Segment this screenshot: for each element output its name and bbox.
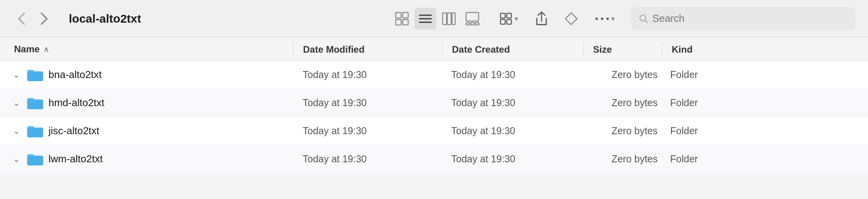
- file-name: hmd-alto2txt: [48, 97, 104, 109]
- svg-rect-3: [403, 20, 408, 25]
- file-name: lwm-alto2txt: [48, 153, 103, 165]
- toolbar: local-alto2txt: [0, 0, 868, 37]
- svg-rect-16: [500, 20, 505, 24]
- table-row[interactable]: ⌄ jisc-alto2txt Today at 19:30 Today at …: [0, 117, 868, 145]
- file-size: Zero bytes: [583, 97, 661, 108]
- svg-rect-1: [403, 12, 408, 18]
- sort-arrow-icon: ∧: [43, 44, 49, 54]
- forward-button[interactable]: [36, 10, 53, 27]
- file-date-modified: Today at 19:30: [293, 69, 442, 80]
- svg-rect-2: [396, 20, 401, 25]
- file-name: bna-alto2txt: [48, 69, 102, 81]
- file-row-name: ⌄ bna-alto2txt: [8, 68, 293, 82]
- file-row-name: ⌄ hmd-alto2txt: [8, 96, 293, 110]
- folder-icon: [27, 152, 44, 166]
- view-controls: [391, 8, 483, 30]
- svg-rect-10: [466, 12, 479, 21]
- file-kind: Folder: [661, 153, 868, 165]
- col-name-header[interactable]: Name ∧: [8, 44, 293, 55]
- share-button[interactable]: [531, 9, 552, 29]
- folder-icon: [27, 124, 44, 138]
- file-date-modified: Today at 19:30: [293, 153, 442, 165]
- file-name: jisc-alto2txt: [48, 125, 99, 137]
- table-row[interactable]: ⌄ bna-alto2txt Today at 19:30 Today at 1…: [0, 61, 868, 89]
- tag-button[interactable]: [561, 9, 581, 29]
- empty-area: [0, 173, 868, 199]
- svg-point-19: [601, 18, 603, 20]
- svg-rect-14: [500, 13, 505, 18]
- gallery-view-button[interactable]: [461, 8, 483, 30]
- col-date-created-header[interactable]: Date Created: [443, 43, 583, 55]
- file-size: Zero bytes: [583, 125, 661, 137]
- svg-rect-12: [471, 23, 474, 25]
- svg-rect-15: [507, 13, 511, 18]
- table-row[interactable]: ⌄ hmd-alto2txt Today at 19:30 Today at 1…: [0, 89, 868, 117]
- svg-rect-0: [396, 12, 401, 18]
- search-icon: [639, 14, 648, 24]
- svg-rect-17: [507, 20, 511, 24]
- file-row-name: ⌄ lwm-alto2txt: [8, 152, 293, 166]
- svg-rect-11: [466, 23, 470, 25]
- file-size: Zero bytes: [583, 153, 661, 165]
- expand-toggle-icon[interactable]: ⌄: [11, 126, 22, 137]
- expand-toggle-icon[interactable]: ⌄: [11, 154, 22, 165]
- file-date-modified: Today at 19:30: [293, 97, 442, 108]
- nav-buttons: [13, 10, 53, 27]
- column-view-button[interactable]: [438, 8, 460, 30]
- svg-rect-9: [452, 13, 455, 25]
- file-kind: Folder: [661, 69, 868, 80]
- file-list: ⌄ bna-alto2txt Today at 19:30 Today at 1…: [0, 61, 868, 173]
- file-row-name: ⌄ jisc-alto2txt: [8, 124, 293, 138]
- file-size: Zero bytes: [583, 69, 661, 80]
- group-button[interactable]: ▾: [496, 9, 522, 28]
- file-date-created: Today at 19:30: [442, 69, 583, 80]
- toolbar-actions: ▾ ▾: [496, 9, 619, 29]
- svg-rect-7: [443, 13, 447, 25]
- back-button[interactable]: [13, 10, 30, 27]
- col-date-modified-header[interactable]: Date Modified: [294, 43, 442, 55]
- window-title: local-alto2txt: [69, 12, 141, 25]
- file-kind: Folder: [661, 97, 868, 108]
- svg-line-22: [645, 20, 648, 23]
- search-input[interactable]: [652, 12, 848, 25]
- column-headers: Name ∧ Date Modified Date Created Size K…: [0, 37, 868, 61]
- more-button[interactable]: ▾: [591, 11, 619, 26]
- table-row[interactable]: ⌄ lwm-alto2txt Today at 19:30 Today at 1…: [0, 145, 868, 173]
- file-kind: Folder: [661, 125, 868, 137]
- group-chevron-icon: ▾: [515, 14, 518, 23]
- svg-point-18: [595, 18, 598, 20]
- icon-view-button[interactable]: [391, 8, 413, 30]
- col-size-header[interactable]: Size: [584, 43, 662, 55]
- expand-toggle-icon[interactable]: ⌄: [11, 69, 22, 80]
- more-chevron-icon: ▾: [611, 14, 615, 23]
- list-view-button[interactable]: [414, 8, 436, 30]
- folder-icon: [27, 68, 44, 82]
- file-date-modified: Today at 19:30: [293, 125, 442, 137]
- expand-toggle-icon[interactable]: ⌄: [11, 98, 22, 108]
- svg-rect-13: [475, 23, 479, 25]
- file-date-created: Today at 19:30: [442, 153, 583, 165]
- search-box[interactable]: [631, 7, 855, 30]
- svg-rect-8: [447, 13, 451, 25]
- col-kind-header[interactable]: Kind: [662, 43, 868, 55]
- file-date-created: Today at 19:30: [442, 97, 583, 108]
- file-date-created: Today at 19:30: [442, 125, 583, 137]
- folder-icon: [27, 96, 44, 110]
- svg-point-20: [606, 18, 609, 20]
